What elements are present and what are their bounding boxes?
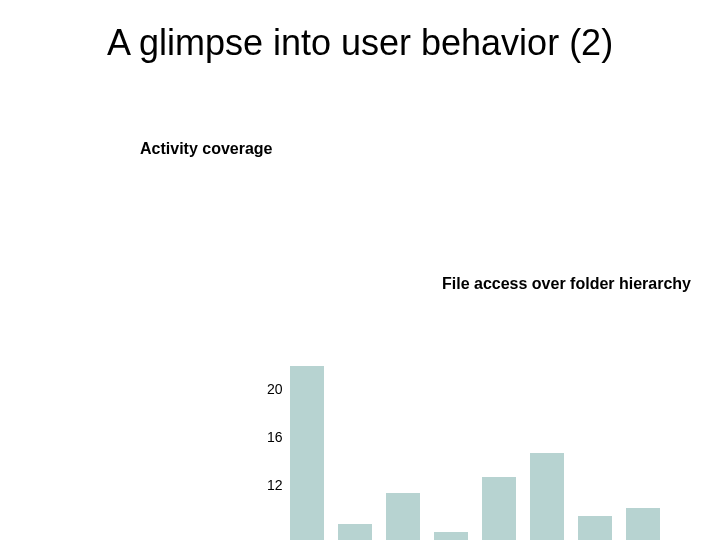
y-tick-12: 12	[267, 478, 283, 492]
bar	[482, 477, 516, 540]
chart-bars	[290, 360, 680, 540]
y-tick-16: 16	[267, 430, 283, 444]
subtitle-file-access: File access over folder hierarchy	[442, 275, 691, 293]
bar	[386, 493, 420, 540]
page-title: A glimpse into user behavior (2)	[0, 22, 720, 64]
bar	[434, 532, 468, 540]
bar	[290, 366, 324, 540]
slide: A glimpse into user behavior (2) Activit…	[0, 0, 720, 540]
bar-chart: 20 16 12	[255, 360, 680, 540]
y-tick-20: 20	[267, 382, 283, 396]
bar	[578, 516, 612, 540]
bar	[338, 524, 372, 540]
bar	[530, 453, 564, 540]
bar	[626, 508, 660, 540]
subtitle-activity-coverage: Activity coverage	[140, 140, 273, 158]
